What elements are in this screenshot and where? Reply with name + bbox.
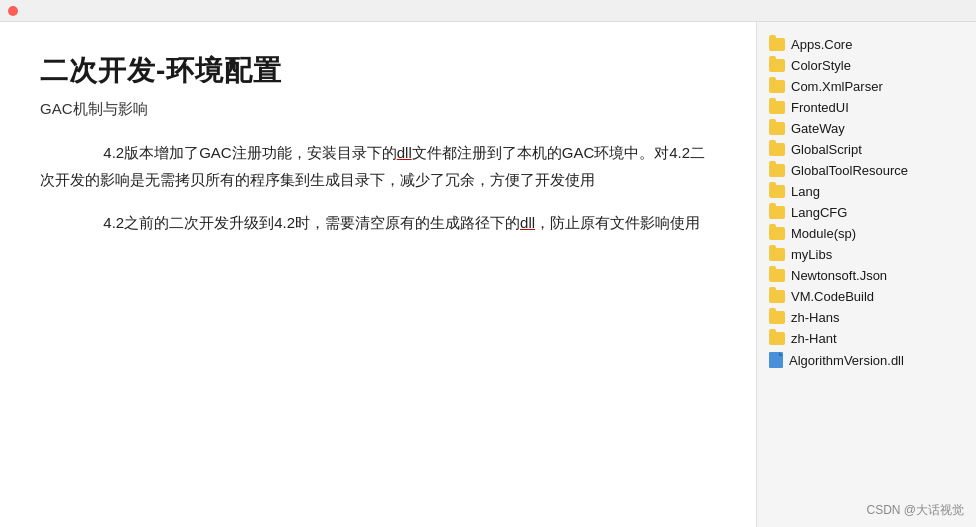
list-item[interactable]: myLibs (757, 244, 976, 265)
paragraph-1: 4.2版本增加了GAC注册功能，安装目录下的dll文件都注册到了本机的GAC环境… (40, 139, 716, 193)
list-item[interactable]: ColorStyle (757, 55, 976, 76)
list-item[interactable]: FrontedUI (757, 97, 976, 118)
list-item-label: GlobalToolResource (791, 163, 908, 178)
folder-icon (769, 206, 785, 219)
list-item[interactable]: Lang (757, 181, 976, 202)
folder-icon (769, 248, 785, 261)
list-item-label: zh-Hant (791, 331, 837, 346)
folder-icon (769, 80, 785, 93)
folder-icon (769, 227, 785, 240)
list-item[interactable]: GlobalScript (757, 139, 976, 160)
subtitle: GAC机制与影响 (40, 100, 716, 119)
list-item-label: ColorStyle (791, 58, 851, 73)
folder-icon (769, 122, 785, 135)
folder-icon (769, 143, 785, 156)
list-item[interactable]: GateWay (757, 118, 976, 139)
list-item[interactable]: GlobalToolResource (757, 160, 976, 181)
list-item[interactable]: Newtonsoft.Json (757, 265, 976, 286)
left-panel: 二次开发-环境配置 GAC机制与影响 4.2版本增加了GAC注册功能，安装目录下… (0, 22, 756, 527)
file-explorer-panel: Apps.CoreColorStyleCom.XmlParserFrontedU… (756, 22, 976, 527)
list-item[interactable]: Com.XmlParser (757, 76, 976, 97)
list-item[interactable]: VM.CodeBuild (757, 286, 976, 307)
list-item[interactable]: zh-Hans (757, 307, 976, 328)
list-item[interactable]: AlgorithmVersion.dll (757, 349, 976, 371)
list-item-label: GateWay (791, 121, 845, 136)
folder-icon (769, 332, 785, 345)
list-item-label: Lang (791, 184, 820, 199)
folder-icon (769, 185, 785, 198)
list-item-label: zh-Hans (791, 310, 839, 325)
title-bar (0, 0, 976, 22)
folder-icon (769, 101, 785, 114)
list-item-label: FrontedUI (791, 100, 849, 115)
folder-icon (769, 269, 785, 282)
page-title: 二次开发-环境配置 (40, 52, 716, 90)
list-item-label: Apps.Core (791, 37, 852, 52)
list-item[interactable]: Module(sp) (757, 223, 976, 244)
folder-icon (769, 164, 785, 177)
list-item-label: Module(sp) (791, 226, 856, 241)
folder-icon (769, 59, 785, 72)
watermark: CSDN @大话视觉 (866, 502, 964, 519)
list-item-label: Com.XmlParser (791, 79, 883, 94)
paragraph-2: 4.2之前的二次开发升级到4.2时，需要清空原有的生成路径下的dll，防止原有文… (40, 209, 716, 236)
list-item-label: GlobalScript (791, 142, 862, 157)
list-item-label: LangCFG (791, 205, 847, 220)
list-item-label: VM.CodeBuild (791, 289, 874, 304)
list-item[interactable]: Apps.Core (757, 34, 976, 55)
main-window: 二次开发-环境配置 GAC机制与影响 4.2版本增加了GAC注册功能，安装目录下… (0, 0, 976, 527)
list-item[interactable]: zh-Hant (757, 328, 976, 349)
underline-dll-1: dll (397, 144, 412, 161)
folder-icon (769, 311, 785, 324)
list-item-label: myLibs (791, 247, 832, 262)
window-dot (8, 6, 18, 16)
main-content: 二次开发-环境配置 GAC机制与影响 4.2版本增加了GAC注册功能，安装目录下… (0, 22, 976, 527)
underline-dll-2: dll (520, 214, 535, 231)
folder-icon (769, 38, 785, 51)
file-icon (769, 352, 783, 368)
folder-icon (769, 290, 785, 303)
list-item[interactable]: LangCFG (757, 202, 976, 223)
list-item-label: Newtonsoft.Json (791, 268, 887, 283)
list-item-label: AlgorithmVersion.dll (789, 353, 904, 368)
